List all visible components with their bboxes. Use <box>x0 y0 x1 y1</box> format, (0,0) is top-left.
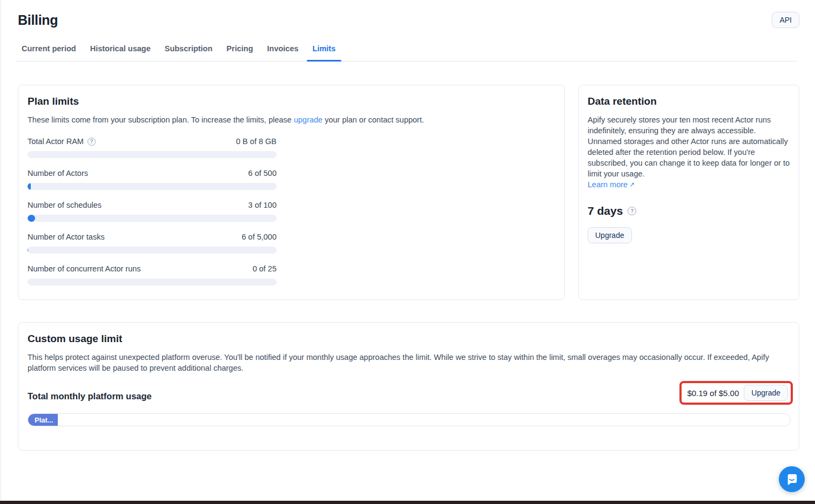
plan-limits-description: These limits come from your subscription… <box>28 114 555 125</box>
help-icon[interactable] <box>628 207 636 215</box>
limit-label: Number of Actor tasks <box>28 233 105 241</box>
custom-limit-upgrade-button[interactable]: Upgrade <box>744 385 788 401</box>
limit-value: 0 of 25 <box>253 264 277 273</box>
usage-value: $0.19 of $5.00 <box>687 389 739 398</box>
limit-progress-fill <box>28 183 31 190</box>
custom-usage-limit-card: Custom usage limit This helps protect ag… <box>18 322 799 451</box>
limit-progress-bar <box>28 183 277 190</box>
page-title: Billing <box>18 12 58 28</box>
window-left-border <box>1 0 1 501</box>
limit-label: Number of Actors <box>28 169 88 178</box>
data-retention-card: Data retention Apify securely stores you… <box>578 85 799 300</box>
plan-limit-row: Number of schedules3 of 100 <box>28 201 277 222</box>
custom-usage-limit-title: Custom usage limit <box>28 333 790 345</box>
plan-limit-row: Number of Actors6 of 500 <box>28 169 277 190</box>
limit-value: 3 of 100 <box>248 201 277 209</box>
limit-value: 6 of 5,000 <box>242 233 277 241</box>
usage-label: Total monthly platform usage <box>28 391 790 401</box>
limit-progress-fill <box>28 215 35 222</box>
usage-segment-label: Plat... <box>35 416 53 424</box>
annotation-highlight-box: $0.19 of $5.00 Upgrade <box>679 381 793 405</box>
learn-more-link[interactable]: Learn more↗ <box>588 180 635 189</box>
limit-progress-bar <box>28 151 277 158</box>
plan-limits-title: Plan limits <box>28 96 555 107</box>
custom-usage-limit-description: This helps protect against unexpected pl… <box>28 352 785 373</box>
taskbar-edge <box>0 501 815 504</box>
plan-limits-description-text: These limits come from your subscription… <box>28 115 294 124</box>
platform-usage-bar: Plat... <box>28 413 791 426</box>
api-button[interactable]: API <box>772 12 799 28</box>
plan-limit-row: Number of Actor tasks6 of 5,000 <box>28 233 277 254</box>
page-header: Billing API <box>18 12 799 28</box>
plan-limit-row: Total Actor RAM0 B of 8 GB <box>28 137 277 158</box>
help-icon[interactable] <box>87 138 96 146</box>
tab-limits[interactable]: Limits <box>307 44 342 54</box>
plan-limits-card: Plan limits These limits come from your … <box>18 85 565 300</box>
data-retention-upgrade-button[interactable]: Upgrade <box>588 227 632 243</box>
tab-invoices[interactable]: Invoices <box>261 44 305 54</box>
limit-progress-fill <box>28 247 28 254</box>
chat-launcher-button[interactable] <box>779 466 805 492</box>
limit-value: 0 B of 8 GB <box>236 137 277 146</box>
platform-usage-segment: Plat... <box>28 414 58 426</box>
billing-tabs: Current periodHistorical usageSubscripti… <box>16 44 798 62</box>
data-retention-description-text: Apify securely stores your ten most rece… <box>588 115 790 178</box>
limit-progress-bar <box>28 278 277 285</box>
tab-subscription[interactable]: Subscription <box>159 44 219 54</box>
usage-header: Total monthly platform usage <box>28 391 790 401</box>
data-retention-description: Apify securely stores your ten most rece… <box>588 114 790 190</box>
limit-value: 6 of 500 <box>248 169 277 178</box>
data-retention-title: Data retention <box>588 96 790 107</box>
plan-limits-description-text-2: your plan or contact support. <box>322 115 424 124</box>
tab-pricing[interactable]: Pricing <box>220 44 259 54</box>
upgrade-link[interactable]: upgrade <box>294 115 322 124</box>
billing-page: Billing API Current periodHistorical usa… <box>0 0 815 504</box>
retention-period-value: 7 days <box>588 205 623 217</box>
limit-label: Number of concurrent Actor runs <box>28 264 141 273</box>
chat-bubble-icon <box>785 472 799 486</box>
external-link-icon: ↗ <box>629 181 635 188</box>
limit-label: Total Actor RAM <box>28 137 96 146</box>
plan-limit-row: Number of concurrent Actor runs0 of 25 <box>28 264 277 285</box>
retention-period-row: 7 days <box>588 205 790 217</box>
learn-more-label: Learn more <box>588 180 628 189</box>
limit-label: Number of schedules <box>28 201 102 209</box>
limit-progress-bar <box>28 215 277 222</box>
limit-progress-bar <box>28 247 277 254</box>
tab-historical-usage[interactable]: Historical usage <box>84 44 157 54</box>
tab-current-period[interactable]: Current period <box>16 44 82 54</box>
plan-limit-rows: Total Actor RAM0 B of 8 GBNumber of Acto… <box>28 137 277 285</box>
